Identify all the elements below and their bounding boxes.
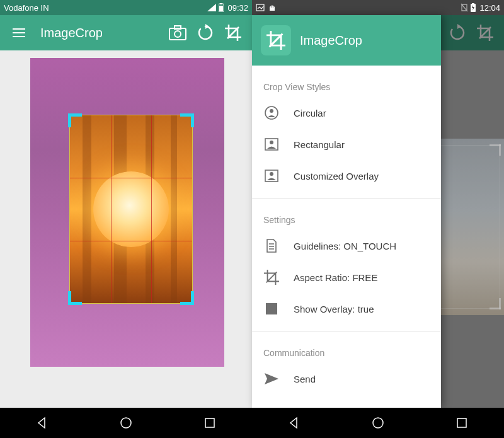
drawer-title: ImageCrop <box>300 33 362 48</box>
person-rect-icon <box>263 168 280 184</box>
back-icon <box>288 417 301 429</box>
grid-line <box>70 241 192 241</box>
recent-icon <box>204 417 215 429</box>
svg-rect-2 <box>219 6 223 11</box>
android-icon <box>268 4 276 11</box>
square-icon <box>263 301 280 317</box>
drawer-header: ImageCrop <box>252 15 441 66</box>
camera-button[interactable] <box>164 19 192 47</box>
crop-icon <box>477 25 493 41</box>
phone-left: Vodafone IN 09:32 ImageCrop <box>0 0 252 438</box>
nav-back-button[interactable] <box>285 414 303 432</box>
svg-rect-3 <box>169 28 186 40</box>
person-rect-icon <box>263 136 280 153</box>
status-clock: 12:04 <box>479 3 500 13</box>
menu-button[interactable] <box>5 19 33 47</box>
screenshot-icon <box>256 4 265 11</box>
nav-recent-button[interactable] <box>453 414 471 432</box>
grid-line <box>111 115 112 303</box>
svg-point-6 <box>121 418 131 428</box>
carrier-label: Vodafone IN <box>4 3 207 13</box>
app-logo <box>261 25 291 55</box>
status-bar: 12:04 <box>252 0 504 15</box>
document-icon <box>263 238 280 254</box>
rotate-icon <box>197 24 214 42</box>
nav-back-button[interactable] <box>33 414 51 432</box>
svg-point-21 <box>270 141 273 144</box>
crop-icon <box>225 25 241 41</box>
nav-bar <box>0 408 252 438</box>
crop-handle-tr[interactable] <box>180 113 194 127</box>
app-bar: ImageCrop <box>0 15 252 50</box>
section-settings: Settings <box>252 205 441 230</box>
drawer-body[interactable]: Crop View Styles Circular Rectangular Cu… <box>252 66 441 408</box>
crop-button[interactable] <box>219 19 247 47</box>
hamburger-icon <box>13 28 25 37</box>
crop-handle-tl[interactable] <box>68 113 82 127</box>
app-title: ImageCrop <box>40 26 164 40</box>
camera-icon <box>169 25 186 40</box>
drawer-item-send[interactable]: Send <box>252 363 441 395</box>
crop-button <box>471 19 499 47</box>
svg-rect-7 <box>205 418 214 427</box>
drawer-item-label: Aspect Ratio: FREE <box>294 272 377 283</box>
drawer-item-label: Guidelines: ON_TOUCH <box>294 241 396 251</box>
grid-line <box>70 178 192 178</box>
recent-icon <box>456 417 467 429</box>
rotate-icon <box>449 24 466 42</box>
crop-handle-bl[interactable] <box>68 291 82 305</box>
svg-point-9 <box>271 6 272 8</box>
svg-point-10 <box>273 6 274 8</box>
nav-home-button[interactable] <box>117 414 135 432</box>
battery-charging-icon <box>471 3 476 12</box>
nav-bar <box>252 408 504 438</box>
svg-point-23 <box>270 172 273 176</box>
svg-rect-1 <box>220 3 222 4</box>
svg-rect-12 <box>472 3 474 4</box>
image-stage[interactable] <box>30 58 224 367</box>
svg-point-19 <box>270 109 273 113</box>
signal-icon <box>207 4 216 11</box>
status-clock: 09:32 <box>227 3 248 13</box>
crop-handle-br[interactable] <box>180 291 194 305</box>
nav-recent-button[interactable] <box>201 414 219 432</box>
drawer-item-show-overlay[interactable]: Show Overlay: true <box>252 293 441 325</box>
drawer-item-custom-overlay[interactable]: Customized Overlay <box>252 160 441 192</box>
grid-line <box>151 115 152 303</box>
drawer-item-label: Rectangular <box>294 139 345 150</box>
drawer-item-label: Customized Overlay <box>294 171 379 182</box>
divider <box>252 198 441 199</box>
svg-rect-4 <box>175 26 181 29</box>
drawer-item-label: Show Overlay: true <box>294 304 374 314</box>
person-circle-icon <box>263 105 280 121</box>
drawer-item-label: Circular <box>294 108 326 118</box>
crop-overlay[interactable] <box>69 115 193 304</box>
section-crop-styles: Crop View Styles <box>252 72 441 97</box>
rotate-button <box>444 19 471 47</box>
battery-icon <box>219 3 224 12</box>
divider <box>252 331 441 331</box>
status-bar: Vodafone IN 09:32 <box>0 0 252 15</box>
home-icon <box>120 417 132 429</box>
svg-point-5 <box>175 31 181 37</box>
svg-rect-24 <box>266 303 277 314</box>
content-area <box>0 50 252 408</box>
nav-home-button[interactable] <box>369 414 387 432</box>
phone-right: 12:04 ImageCrop <box>252 0 504 438</box>
drawer-item-rectangular[interactable]: Rectangular <box>252 129 441 160</box>
send-icon <box>263 371 280 387</box>
drawer-item-circular[interactable]: Circular <box>252 97 441 129</box>
crop-icon <box>263 269 280 285</box>
svg-point-16 <box>373 418 383 428</box>
drawer-item-guidelines[interactable]: Guidelines: ON_TOUCH <box>252 230 441 262</box>
no-sim-icon <box>461 3 468 12</box>
svg-rect-17 <box>457 418 466 427</box>
section-communication: Communication <box>252 338 441 363</box>
drawer-item-aspect-ratio[interactable]: Aspect Ratio: FREE <box>252 262 441 293</box>
rotate-button[interactable] <box>192 19 219 47</box>
home-icon <box>372 417 384 429</box>
drawer-item-label: Send <box>294 374 316 384</box>
back-icon <box>36 417 49 429</box>
nav-drawer[interactable]: ImageCrop Crop View Styles Circular Rect… <box>252 15 441 408</box>
